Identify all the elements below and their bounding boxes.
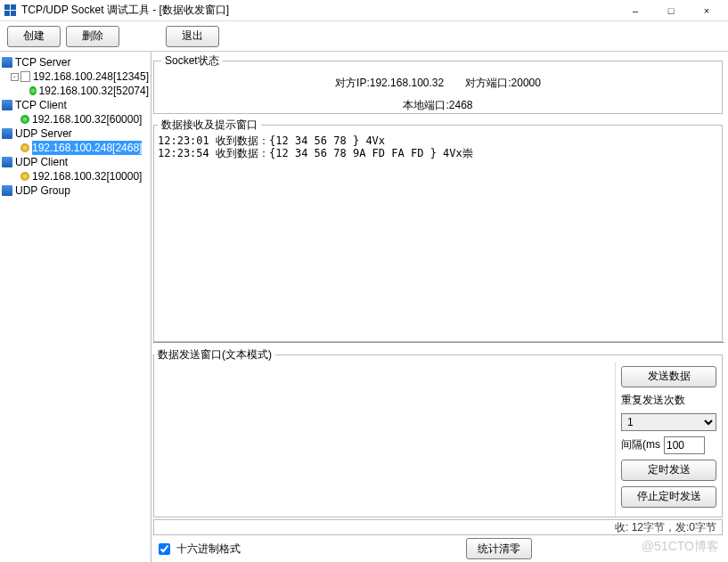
- socket-status-box: Socket状态 对方IP:192.168.100.32 对方端口:20000 …: [153, 53, 723, 114]
- interval-input[interactable]: [664, 436, 705, 454]
- tree-tcp-client-0[interactable]: 192.168.100.32[60000]: [2, 112, 149, 126]
- peer-ip: 对方IP:192.168.100.32: [335, 76, 444, 91]
- connection-icon: [29, 86, 36, 95]
- server-icon: [2, 157, 12, 167]
- exit-button[interactable]: 退出: [166, 26, 219, 47]
- stat-clear-button[interactable]: 统计清零: [466, 538, 532, 559]
- window-title: TCP/UDP Socket 调试工具 - [数据收发窗口]: [21, 3, 618, 18]
- create-button[interactable]: 创建: [7, 26, 61, 47]
- server-icon: [2, 128, 12, 139]
- repeat-label: 重复发送次数: [621, 393, 716, 408]
- status-bar: 收: 12字节，发:0字节: [153, 519, 723, 535]
- host-icon: [20, 71, 30, 82]
- send-legend: 数据发送窗口(文本模式): [154, 347, 275, 362]
- toolbar: 创建 删除 退出: [0, 21, 728, 52]
- minimize-button[interactable]: –: [618, 0, 653, 21]
- repeat-select[interactable]: 1: [621, 413, 716, 431]
- socket-status-legend: Socket状态: [161, 53, 223, 69]
- send-button[interactable]: 发送数据: [621, 366, 716, 387]
- watermark: @51CTO博客: [642, 539, 719, 555]
- tree-udp-client-0[interactable]: 192.168.100.32[10000]: [2, 169, 149, 183]
- collapse-icon[interactable]: -: [11, 73, 19, 81]
- connection-icon: [20, 115, 29, 124]
- bottom-bar: 十六进制格式 统计清零: [151, 535, 726, 562]
- tree-tcp-server-0-child[interactable]: 192.168.100.32[52074]: [2, 84, 149, 98]
- tree-udp-group[interactable]: UDP Group: [2, 183, 149, 198]
- hex-checkbox-label[interactable]: 十六进制格式: [159, 542, 241, 557]
- local-port: 本地端口:2468: [403, 98, 472, 113]
- server-icon: [2, 185, 12, 196]
- tree-udp-server-0[interactable]: 192.168.100.248[2468]: [2, 141, 149, 155]
- tree-tcp-server-0[interactable]: -192.168.100.248[12345]: [2, 69, 149, 84]
- maximize-button[interactable]: □: [653, 0, 689, 21]
- connection-icon: [20, 143, 29, 152]
- tree-udp-server[interactable]: UDP Server: [2, 126, 149, 141]
- stop-timed-button[interactable]: 停止定时发送: [621, 486, 716, 508]
- titlebar: TCP/UDP Socket 调试工具 - [数据收发窗口] – □ ×: [0, 0, 728, 21]
- tree-tcp-server[interactable]: TCP Server: [2, 55, 149, 69]
- send-textarea[interactable]: [154, 362, 615, 517]
- window-controls: – □ ×: [618, 0, 724, 21]
- right-panel: Socket状态 对方IP:192.168.100.32 对方端口:20000 …: [151, 52, 728, 562]
- server-icon: [2, 100, 12, 110]
- peer-port: 对方端口:20000: [465, 76, 541, 91]
- receive-box: 数据接收及提示窗口 12:23:01 收到数据：{12 34 56 78 } 4…: [153, 118, 723, 342]
- close-button[interactable]: ×: [689, 0, 724, 21]
- hex-checkbox[interactable]: [159, 543, 170, 555]
- main-area: TCP Server -192.168.100.248[12345] 192.1…: [0, 52, 728, 562]
- receive-textarea[interactable]: 12:23:01 收到数据：{12 34 56 78 } 4Vx 12:23:5…: [158, 134, 718, 339]
- delete-button[interactable]: 删除: [66, 26, 119, 47]
- send-box: 数据发送窗口(文本模式) 发送数据 重复发送次数 1 间隔(ms 定时发送 停止…: [153, 347, 723, 517]
- connection-tree[interactable]: TCP Server -192.168.100.248[12345] 192.1…: [0, 52, 151, 562]
- app-icon: [4, 4, 16, 17]
- connection-icon: [20, 172, 29, 181]
- receive-legend: 数据接收及提示窗口: [158, 118, 261, 133]
- server-icon: [2, 57, 12, 68]
- status-text: 收: 12字节，发:0字节: [615, 520, 716, 535]
- tree-tcp-client[interactable]: TCP Client: [2, 98, 149, 112]
- interval-label: 间隔(ms: [621, 437, 660, 452]
- tree-udp-client[interactable]: UDP Client: [2, 155, 149, 169]
- timed-send-button[interactable]: 定时发送: [621, 460, 716, 481]
